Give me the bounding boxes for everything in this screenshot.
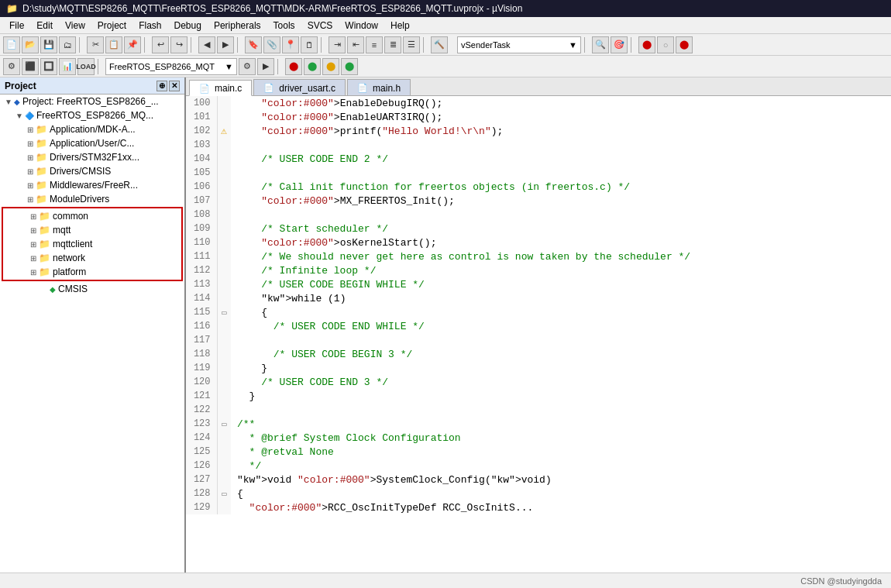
expand-f6[interactable]: ⊞	[28, 212, 39, 221]
tab-2[interactable]: 📄main.h	[347, 79, 411, 95]
menu-item-tools[interactable]: Tools	[267, 19, 301, 33]
tree-node-folder-3[interactable]: ⊞📁Drivers/CMSIS	[0, 164, 184, 178]
bookmark-btn[interactable]: 🔖	[245, 36, 262, 53]
code-cell-121[interactable]: }	[231, 389, 891, 403]
code-cell-124[interactable]: * @brief System Clock Configuration	[231, 431, 891, 445]
paste-btn[interactable]: 📌	[124, 36, 141, 53]
collapse-icon[interactable]: ▭	[222, 308, 227, 318]
proj-rebuild-btn[interactable]: ▶	[257, 58, 274, 75]
target-btn[interactable]: 🎯	[611, 36, 628, 53]
tb2-btn4[interactable]: 📊	[59, 58, 76, 75]
code-cell-113[interactable]: /* USER CODE BEGIN WHILE */	[231, 277, 891, 291]
task-dropdown[interactable]: vSenderTask ▼	[457, 36, 581, 53]
tree-node-folder-7[interactable]: ⊞📁mqtt	[3, 223, 181, 237]
tab-0[interactable]: 📄main.c	[189, 80, 252, 96]
collapse-icon[interactable]: ▭	[222, 420, 227, 429]
undo-btn[interactable]: ↩	[152, 36, 169, 53]
expand-f10[interactable]: ⊞	[28, 268, 39, 277]
code-cell-101[interactable]: "color:#000">EnableUART3IRQ();	[231, 110, 891, 124]
tree-node-folder-5[interactable]: ⊞📁ModuleDrivers	[0, 192, 184, 206]
menu-item-project[interactable]: Project	[91, 19, 132, 33]
align-btn[interactable]: ≡	[366, 36, 383, 53]
code-cell-118[interactable]: /* USER CODE BEGIN 3 */	[231, 347, 891, 361]
bookmark3-btn[interactable]: 📍	[282, 36, 299, 53]
code-cell-105[interactable]	[231, 166, 891, 180]
code-cell-114[interactable]: "kw">while (1)	[231, 291, 891, 305]
code-cell-123[interactable]: /**	[231, 417, 891, 431]
flash-btn1[interactable]: ⬤	[285, 58, 302, 75]
code-cell-106[interactable]: /* Call init function for freertos objec…	[231, 180, 891, 194]
code-cell-104[interactable]: /* USER CODE END 2 */	[231, 152, 891, 166]
tree-node-folder-9[interactable]: ⊞📁network	[3, 251, 181, 265]
expand-f3[interactable]: ⊞	[25, 167, 36, 176]
code-cell-129[interactable]: "color:#000">RCC_OscInitTypeDef RCC_OscI…	[231, 500, 891, 514]
panel-close-btn[interactable]: ✕	[169, 81, 180, 91]
menu-item-window[interactable]: Window	[339, 19, 384, 33]
menu-item-file[interactable]: File	[3, 19, 30, 33]
copy-btn[interactable]: 📋	[105, 36, 122, 53]
tree-node-folder-1[interactable]: ⊞📁Application/User/C...	[0, 136, 184, 150]
flash-btn4[interactable]: ⬤	[341, 58, 358, 75]
tree-node-folder-0[interactable]: ⊞📁Application/MDK-A...	[0, 122, 184, 136]
code-cell-122[interactable]	[231, 403, 891, 417]
tree-node-folder-2[interactable]: ⊞📁Drivers/STM32F1xx...	[0, 150, 184, 164]
tree-node-folder-4[interactable]: ⊞📁Middlewares/FreeR...	[0, 178, 184, 192]
expand-f0[interactable]: ⊞	[25, 126, 36, 134]
new-file-btn[interactable]: 📄	[3, 36, 20, 53]
tree-node-folder-6[interactable]: ⊞📁common	[3, 209, 181, 223]
indent-btn[interactable]: ⇥	[329, 36, 346, 53]
code-cell-103[interactable]	[231, 138, 891, 152]
menu-item-debug[interactable]: Debug	[168, 19, 208, 33]
expand-f9[interactable]: ⊞	[28, 254, 39, 263]
tree-node-child[interactable]: ▼ 🔷 FreeRTOS_ESP8266_MQ...	[0, 108, 184, 122]
panel-pin-btn[interactable]: ⊕	[157, 81, 167, 91]
menu-item-peripherals[interactable]: Peripherals	[208, 19, 267, 33]
bookmark4-btn[interactable]: 🗒	[301, 36, 318, 53]
menu-item-help[interactable]: Help	[384, 19, 416, 33]
nav-fwd-btn[interactable]: ▶	[217, 36, 234, 53]
outdent-btn[interactable]: ⇤	[347, 36, 364, 53]
save-all-btn[interactable]: 🗂	[59, 36, 76, 53]
code-cell-128[interactable]: {	[231, 487, 891, 500]
code-cell-102[interactable]: "color:#000">printf("Hello World!\r\n");	[231, 124, 891, 138]
tb2-btn3[interactable]: 🔲	[40, 58, 57, 75]
expand-f8[interactable]: ⊞	[28, 240, 39, 249]
expand-child[interactable]: ▼	[14, 112, 25, 120]
find-btn[interactable]: 🔍	[592, 36, 609, 53]
code-cell-126[interactable]: */	[231, 459, 891, 473]
code-cell-120[interactable]: /* USER CODE END 3 */	[231, 375, 891, 389]
tree-node-cmsis[interactable]: ◆ CMSIS	[0, 282, 184, 296]
proj-settings-btn[interactable]: ⚙	[239, 58, 256, 75]
code-cell-110[interactable]: "color:#000">osKernelStart();	[231, 236, 891, 249]
debug-stop-btn[interactable]: ⬤	[676, 36, 693, 53]
expand-f1[interactable]: ⊞	[25, 139, 36, 148]
open-btn[interactable]: 📂	[22, 36, 39, 53]
expand-f7[interactable]: ⊞	[28, 226, 39, 235]
save-btn[interactable]: 💾	[40, 36, 57, 53]
tree-node-folder-10[interactable]: ⊞📁platform	[3, 265, 181, 279]
tree-node-folder-8[interactable]: ⊞📁mqttclient	[3, 237, 181, 251]
debug-start-btn[interactable]: ⬤	[638, 36, 655, 53]
menu-item-svcs[interactable]: SVCS	[301, 19, 339, 33]
align3-btn[interactable]: ☰	[403, 36, 420, 53]
redo-btn[interactable]: ↪	[170, 36, 187, 53]
flash-btn3[interactable]: ⬤	[322, 58, 339, 75]
code-cell-119[interactable]: }	[231, 361, 891, 375]
code-cell-100[interactable]: "color:#000">EnableDebugIRQ();	[231, 96, 891, 110]
tab-1[interactable]: 📄driver_usart.c	[253, 79, 346, 95]
project-tree[interactable]: ▼ ◆ Project: FreeRTOS_ESP8266_... ▼ 🔷 Fr…	[0, 95, 184, 574]
code-editor[interactable]: 100 "color:#000">EnableDebugIRQ();101 "c…	[186, 96, 891, 588]
expand-root[interactable]: ▼	[3, 98, 14, 106]
project-dropdown[interactable]: FreeRTOS_ESP8266_MQT ▼	[105, 58, 237, 75]
bookmark2-btn[interactable]: 📎	[263, 36, 280, 53]
menu-item-flash[interactable]: Flash	[132, 19, 167, 33]
collapse-icon[interactable]: ▭	[222, 490, 227, 499]
code-cell-108[interactable]	[231, 208, 891, 222]
code-cell-125[interactable]: * @retval None	[231, 445, 891, 459]
code-cell-112[interactable]: /* Infinite loop */	[231, 263, 891, 277]
build-btn[interactable]: 🔨	[431, 36, 448, 53]
code-cell-107[interactable]: "color:#000">MX_FREERTOS_Init();	[231, 194, 891, 208]
menu-item-edit[interactable]: Edit	[30, 19, 59, 33]
align2-btn[interactable]: ≣	[384, 36, 401, 53]
debug-circle-btn[interactable]: ○	[657, 36, 674, 53]
